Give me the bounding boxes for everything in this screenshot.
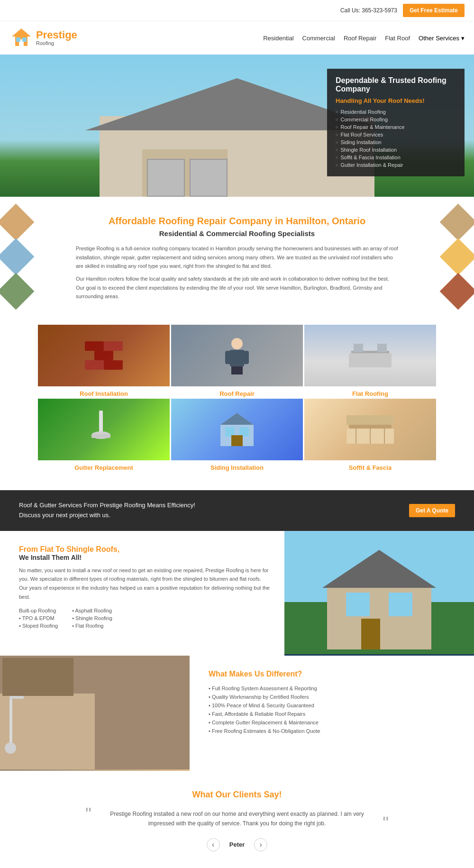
service-img-siding: [171, 399, 303, 460]
different-heading: What Makes Us Different?: [209, 670, 455, 678]
service-roof-installation[interactable]: Roof Installation: [38, 325, 170, 397]
service-label-siding: Siding Installation: [171, 464, 303, 471]
svg-rect-18: [354, 344, 363, 352]
hero-service-1: Residential Roofing: [336, 108, 456, 116]
different-item-2: • Quality Workmanship by Certified Roofe…: [209, 693, 455, 701]
svg-rect-42: [0, 694, 95, 769]
logo-icon: [9, 26, 33, 50]
nav-roof-repair[interactable]: Roof Repair: [344, 35, 376, 42]
service-img-roof-installation: [38, 325, 170, 386]
svg-rect-38: [346, 593, 370, 616]
diamond-1: [0, 204, 34, 241]
logo-text: Prestige: [36, 30, 77, 40]
service-label-soffit: Soffit & Fascia: [304, 464, 436, 471]
service-siding-installation[interactable]: Siding Installation: [171, 399, 303, 471]
different-right: What Makes Us Different? • Full Roofing …: [190, 656, 474, 771]
different-item-3: • 100% Peace of Mind & Security Guarante…: [209, 701, 455, 710]
diamond-3: [0, 273, 34, 310]
diamond-6: [440, 273, 474, 310]
diamond-decorations-left: [0, 206, 32, 307]
affordable-heading: Affordable Roofing Repair Company in Ham…: [38, 216, 436, 227]
svg-rect-43: [2, 658, 73, 696]
get-estimate-button[interactable]: Get Free Estimate: [403, 4, 465, 17]
svg-rect-45: [9, 699, 12, 746]
info-item-6: • Flat Roofing: [72, 622, 112, 630]
service-label-flat: Flat Roofing: [304, 390, 436, 397]
quote-right-icon: ": [383, 813, 389, 833]
testimonial-text: Prestige Roofing installed a new roof on…: [95, 809, 379, 829]
house-siding-icon: [218, 411, 256, 448]
svg-rect-19: [377, 344, 387, 352]
hero-service-7: Soffit & Fascia Installation: [336, 154, 456, 161]
different-item-5: • Complete Gutter Replacement & Maintena…: [209, 718, 455, 727]
phone-number: Call Us: 365-323-5973: [340, 7, 397, 14]
svg-rect-3: [22, 37, 27, 42]
svg-rect-39: [389, 593, 412, 616]
info-right-image: [284, 531, 474, 656]
info-heading1: From Flat To Shingle Roofs,: [19, 545, 270, 554]
logo[interactable]: Prestige Roofing: [9, 26, 77, 50]
info-heading2: We Install Them All!: [19, 554, 270, 561]
service-img-roof-repair: [171, 325, 303, 386]
different-item-4: • Fast, Affordable & Reliable Roof Repai…: [209, 710, 455, 718]
svg-rect-27: [231, 435, 243, 446]
hero-section: Dependable & Trusted Roofing Company Han…: [0, 55, 474, 197]
svg-rect-11: [230, 350, 244, 366]
svg-rect-44: [9, 696, 24, 699]
affordable-para1: Prestige Roofing is a full-service roofi…: [76, 244, 398, 271]
hero-service-2: Commercial Roofing: [336, 116, 456, 123]
main-header: Prestige Roofing Residential Commercial …: [0, 21, 474, 55]
svg-rect-5: [85, 341, 104, 351]
cta-text-line1: Roof & Gutter Services From Prestige Roo…: [19, 501, 195, 511]
svg-rect-7: [94, 351, 113, 360]
hero-title: Dependable & Trusted Roofing Company: [336, 76, 456, 93]
quote-left-icon: ": [85, 804, 91, 824]
diamond-decorations-right: [442, 206, 474, 307]
nav-residential[interactable]: Residential: [263, 35, 293, 42]
svg-rect-15: [237, 366, 243, 375]
hero-subtitle: Handling All Your Roof Needs!: [336, 97, 456, 104]
info-para: No matter, you want to install a new roo…: [19, 566, 270, 602]
info-list-right: • Asphalt Roofing • Shingle Roofing • Fl…: [72, 607, 112, 630]
diamond-4: [440, 204, 474, 241]
hero-overlay: Dependable & Trusted Roofing Company Han…: [327, 69, 465, 176]
nav-other-services[interactable]: Other Services ▾: [419, 35, 465, 42]
flat-roof-icon: [346, 341, 394, 370]
logo-subtext: Roofing: [36, 40, 77, 46]
svg-rect-20: [99, 411, 103, 434]
svg-rect-12: [225, 351, 232, 364]
service-soffit-fascia[interactable]: Soffit & Fascia: [304, 399, 436, 471]
hero-service-6: Shingle Roof Installation: [336, 146, 456, 154]
svg-point-10: [231, 338, 243, 349]
different-item-6: • Free Roofing Estimates & No-Obligation…: [209, 727, 455, 735]
prev-testimonial-button[interactable]: ‹: [207, 838, 220, 851]
service-flat-roofing[interactable]: Flat Roofing: [304, 325, 436, 397]
service-gutter-replacement[interactable]: Gutter Replacement: [38, 399, 170, 471]
next-testimonial-button[interactable]: ›: [254, 838, 267, 851]
nav-commercial[interactable]: Commercial: [302, 35, 335, 42]
svg-point-46: [5, 742, 16, 754]
svg-rect-6: [104, 341, 123, 351]
svg-rect-9: [104, 360, 123, 370]
service-label-repair: Roof Repair: [171, 390, 303, 397]
affordable-para2: Our Hamilton roofers follow the local qu…: [76, 274, 398, 301]
cta-text: Roof & Gutter Services From Prestige Roo…: [19, 501, 195, 521]
testimonial-section: What Our Clients Say! " Prestige Roofing…: [0, 771, 474, 868]
different-item-1: • Full Roofing System Assessment & Repor…: [209, 684, 455, 693]
testimonial-author: Peter: [229, 841, 245, 848]
svg-rect-17: [349, 353, 392, 367]
services-grid: Roof Installation Roof Repair Flat Roofi…: [0, 320, 474, 490]
svg-rect-22: [91, 434, 110, 438]
affordable-section: Affordable Roofing Repair Company in Ham…: [0, 197, 474, 320]
gutter-house-illustration: [0, 656, 190, 769]
get-quote-button[interactable]: Get A Quote: [409, 504, 455, 517]
worker-icon: [223, 337, 251, 375]
svg-rect-28: [346, 415, 394, 425]
service-roof-repair[interactable]: Roof Repair: [171, 325, 303, 397]
chevron-down-icon: ▾: [461, 35, 465, 42]
svg-rect-8: [85, 360, 104, 370]
service-img-flat-roofing: [304, 325, 436, 386]
service-img-gutter: [38, 399, 170, 460]
nav-flat-roof[interactable]: Flat Roof: [385, 35, 410, 42]
hero-service-3: Roof Repair & Maintenance: [336, 123, 456, 131]
